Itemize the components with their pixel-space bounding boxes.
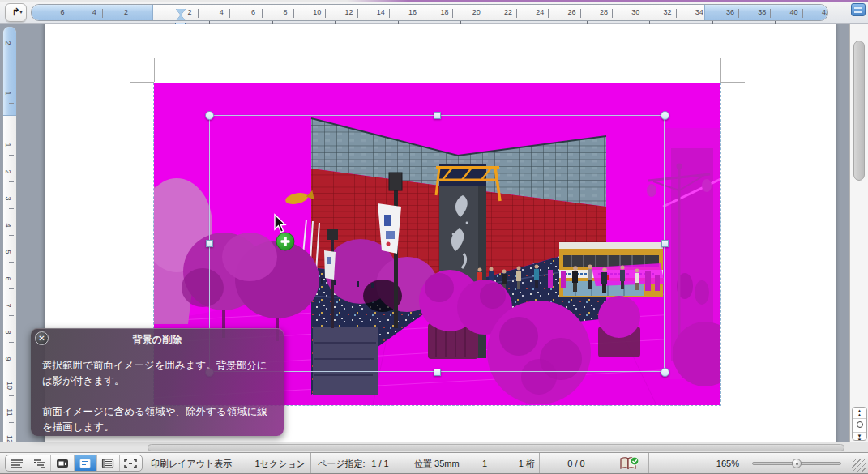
double-up-icon: ▲▲ — [853, 408, 866, 416]
publishing-layout-icon — [56, 459, 69, 468]
marquee-handle-mid-right[interactable] — [661, 240, 669, 247]
draft-view-icon — [11, 459, 24, 468]
browse-object-icon — [857, 421, 863, 428]
view-button-focus[interactable] — [120, 455, 142, 471]
section-indicator[interactable]: 1セクション — [241, 453, 306, 474]
vertical-scrollbar[interactable]: ▲▲ ▼▼ — [849, 24, 868, 442]
view-mode-label: 印刷レイアウト表示 — [151, 453, 232, 474]
marquee-handle-top-center[interactable] — [434, 112, 441, 119]
horizontal-scrollbar-thumb[interactable] — [148, 444, 844, 451]
marquee-handle-top-left[interactable] — [205, 111, 214, 120]
view-button-draft[interactable] — [6, 455, 28, 471]
chevron-down-icon: ▼ — [19, 4, 24, 20]
focus-view-icon — [124, 459, 137, 468]
notebook-layout-icon — [101, 459, 114, 468]
view-switcher — [5, 455, 143, 472]
column-indicator: 1 桁 — [504, 453, 535, 474]
double-down-icon: ▼▼ — [853, 433, 866, 441]
window-resize-grip[interactable] — [852, 459, 866, 472]
marquee-handle-mid-left[interactable] — [206, 240, 213, 247]
view-button-notebook-layout[interactable] — [97, 455, 120, 471]
text-boundary-mark-tr-h — [720, 82, 745, 83]
remove-background-tooltip: ✕ 背景の削除 選択範囲で前面イメージを囲みます。背景部分には影が付きます。前面… — [31, 328, 284, 436]
browse-buttons: ▲▲ ▼▼ — [852, 407, 867, 441]
zoom-percentage[interactable]: 165% — [689, 453, 739, 474]
text-boundary-mark-tr-v — [720, 58, 721, 82]
line-indicator: 1 — [477, 453, 493, 474]
view-button-publishing-layout[interactable] — [51, 455, 74, 471]
view-button-print-layout[interactable] — [75, 455, 97, 471]
previous-page-button[interactable]: ▲▲ — [853, 408, 866, 419]
h-ruler-right-margin — [704, 5, 828, 20]
ruler-bar: ↱ ▼ 642246810121416182022242628303234363… — [0, 2, 868, 24]
status-bar: 印刷レイアウト表示 1セクション ページ指定: 1 / 1 位置 35mm 1 … — [0, 452, 868, 474]
tooltip-title: 背景の削除 — [31, 328, 284, 347]
text-boundary-mark-tl-v — [154, 58, 155, 82]
position-indicator: 位置 35mm — [414, 453, 460, 474]
page-indicator-value[interactable]: 1 / 1 — [355, 453, 405, 474]
tooltip-body: 選択範囲で前面イメージを囲みます。背景部分には影が付きます。前面イメージに含める… — [31, 347, 284, 436]
view-button-outline[interactable] — [28, 455, 51, 471]
close-icon[interactable]: ✕ — [35, 331, 49, 345]
text-boundary-mark-tl-h — [130, 82, 154, 83]
horizontal-scrollbar[interactable] — [0, 442, 868, 452]
marquee-handle-top-right[interactable] — [661, 111, 669, 120]
hanging-indent-marker[interactable] — [176, 15, 186, 21]
select-browse-object-button[interactable] — [853, 421, 866, 433]
spellcheck-status-icon[interactable] — [619, 456, 640, 472]
tab-selector-button[interactable]: ↱ ▼ — [5, 3, 27, 22]
horizontal-ruler[interactable]: 6422468101214161820222426283032343638404… — [31, 4, 828, 21]
next-page-button[interactable]: ▼▼ — [853, 433, 866, 441]
changes-indicator: 0 / 0 — [539, 453, 614, 474]
print-layout-icon — [79, 459, 92, 468]
marquee-handle-bottom-right[interactable] — [661, 368, 669, 377]
marquee-handle-bottom-center[interactable] — [434, 369, 441, 376]
outline-view-icon — [33, 459, 46, 468]
zoom-slider-knob[interactable] — [792, 459, 802, 468]
ruler-toggle-button[interactable] — [851, 3, 866, 16]
vertical-ruler[interactable]: 2112345678910111213 — [2, 26, 17, 442]
vertical-scrollbar-thumb[interactable] — [853, 41, 865, 181]
